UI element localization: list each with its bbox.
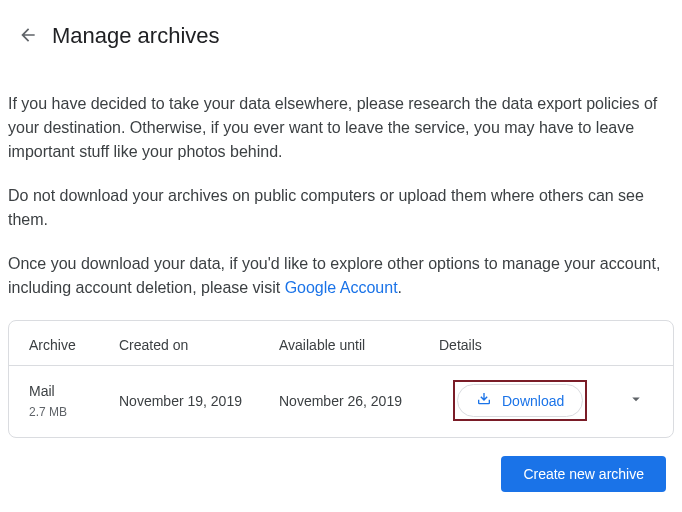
chevron-down-icon <box>627 396 645 411</box>
cell-created: November 19, 2019 <box>119 393 279 409</box>
download-button[interactable]: Download <box>457 384 583 417</box>
archive-name: Mail <box>29 383 119 399</box>
table-row: Mail 2.7 MB November 19, 2019 November 2… <box>9 366 673 437</box>
download-label: Download <box>502 393 564 409</box>
archive-size: 2.7 MB <box>29 405 119 419</box>
back-button[interactable] <box>8 16 48 56</box>
page-header: Manage archives <box>0 0 682 64</box>
expand-button[interactable] <box>619 382 653 419</box>
table-header-row: Archive Created on Available until Detai… <box>9 321 673 366</box>
footer-actions: Create new archive <box>8 438 674 508</box>
cell-archive: Mail 2.7 MB <box>29 383 119 419</box>
header-details: Details <box>439 337 499 353</box>
archives-card: Archive Created on Available until Detai… <box>8 320 674 438</box>
info-paragraph-1: If you have decided to take your data el… <box>8 92 674 164</box>
info-paragraph-3: Once you download your data, if you'd li… <box>8 252 674 300</box>
download-icon <box>476 391 502 410</box>
cell-available: November 26, 2019 <box>279 393 439 409</box>
page-title: Manage archives <box>52 23 220 49</box>
header-available: Available until <box>279 337 439 353</box>
header-archive: Archive <box>29 337 119 353</box>
header-created: Created on <box>119 337 279 353</box>
info-paragraph-2: Do not download your archives on public … <box>8 184 674 232</box>
info-paragraph-3-suffix: . <box>398 279 402 296</box>
content-area: If you have decided to take your data el… <box>0 64 682 508</box>
cell-details: Download <box>439 380 653 421</box>
download-highlight: Download <box>453 380 587 421</box>
create-new-archive-button[interactable]: Create new archive <box>501 456 666 492</box>
arrow-left-icon <box>18 25 38 48</box>
google-account-link[interactable]: Google Account <box>285 279 398 296</box>
